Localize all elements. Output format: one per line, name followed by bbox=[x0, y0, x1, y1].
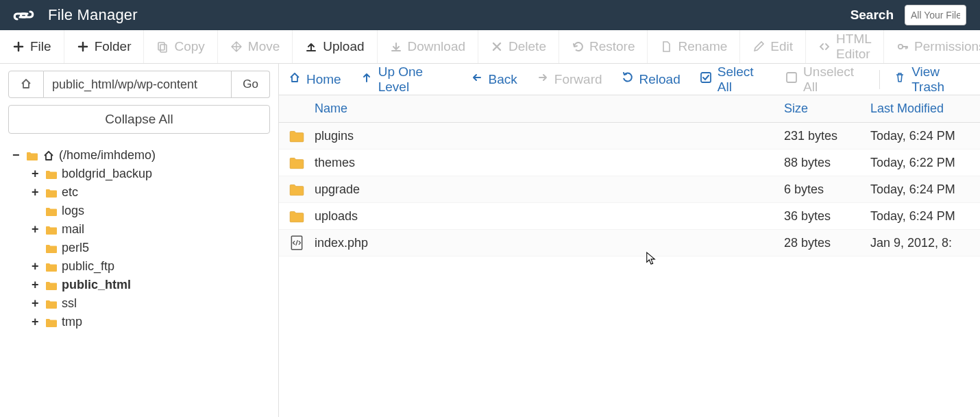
tree-toggle-icon[interactable]: + bbox=[32, 222, 41, 237]
col-name-header[interactable]: Name bbox=[315, 102, 784, 116]
tree-toggle-icon[interactable]: + bbox=[32, 315, 41, 329]
table-row[interactable]: upgrade6 bytesToday, 6:24 PM bbox=[279, 176, 980, 203]
file-modified-cell: Today, 6:24 PM bbox=[870, 129, 980, 143]
col-size-header[interactable]: Size bbox=[784, 102, 870, 116]
undo-icon bbox=[572, 40, 584, 53]
folder-icon bbox=[45, 316, 58, 329]
up-icon bbox=[360, 71, 373, 87]
table-row[interactable]: themes88 bytesToday, 6:22 PM bbox=[279, 150, 980, 176]
html-editor-button[interactable]: HTML Editor bbox=[806, 30, 884, 63]
nav-select-all-button[interactable]: Select All bbox=[700, 64, 766, 95]
tree-node[interactable]: +public_ftp bbox=[12, 257, 270, 276]
folder-icon bbox=[45, 298, 58, 310]
tree-toggle-icon[interactable]: + bbox=[32, 167, 41, 181]
tree-root-label: (/home/imhdemo) bbox=[59, 148, 156, 163]
folder-icon bbox=[279, 154, 315, 171]
path-input[interactable] bbox=[44, 71, 232, 98]
tree-toggle-icon[interactable]: + bbox=[32, 185, 41, 200]
tree-node[interactable]: +mail bbox=[12, 220, 270, 239]
table-row[interactable]: plugins231 bytesToday, 6:24 PM bbox=[279, 123, 980, 150]
html-editor-label: HTML Editor bbox=[836, 32, 871, 62]
pencil-icon bbox=[752, 40, 765, 53]
file-name-cell: index.php bbox=[315, 236, 784, 250]
nav-view-trash-button[interactable]: View Trash bbox=[894, 64, 970, 95]
upload-icon bbox=[305, 40, 317, 53]
move-button[interactable]: Move bbox=[218, 30, 293, 63]
rename-button[interactable]: Rename bbox=[648, 30, 740, 63]
tree-node-label: public_html bbox=[62, 278, 131, 292]
move-label: Move bbox=[248, 39, 280, 54]
folder-icon bbox=[279, 181, 315, 198]
search-input[interactable] bbox=[905, 5, 966, 25]
download-label: Download bbox=[408, 39, 466, 54]
col-modified-header[interactable]: Last Modified bbox=[870, 102, 980, 116]
new-file-button[interactable]: File bbox=[0, 30, 64, 63]
permissions-button[interactable]: Permissions bbox=[884, 30, 980, 63]
download-button[interactable]: Download bbox=[378, 30, 479, 63]
content-panel: Home Up One Level Back Forward Reload Se… bbox=[278, 64, 980, 417]
file-size-cell: 28 bytes bbox=[784, 236, 870, 250]
tree-node-label: ssl bbox=[62, 296, 77, 311]
nav-reload-button[interactable]: Reload bbox=[622, 71, 681, 87]
table-header: Name Size Last Modified bbox=[279, 95, 980, 123]
tree-node[interactable]: +boldgrid_backup bbox=[12, 165, 270, 183]
folder-icon bbox=[45, 187, 58, 199]
app-title: File Manager bbox=[48, 6, 138, 24]
tree-node-label: logs bbox=[62, 204, 84, 218]
main-toolbar: File Folder Copy Move Upload Download De… bbox=[0, 30, 980, 64]
table-row[interactable]: uploads36 bytesToday, 6:24 PM bbox=[279, 203, 980, 230]
directory-tree: − (/home/imhdemo) +boldgrid_backup+etclo… bbox=[8, 146, 270, 331]
search-label: Search bbox=[850, 8, 894, 23]
tree-node[interactable]: +public_html bbox=[12, 276, 270, 294]
delete-button[interactable]: Delete bbox=[478, 30, 559, 63]
tree-node-label: public_ftp bbox=[62, 259, 114, 274]
plus-icon bbox=[77, 40, 89, 53]
tree-toggle-icon[interactable]: − bbox=[12, 148, 22, 163]
nav-up-button[interactable]: Up One Level bbox=[360, 64, 452, 95]
nav-home-button[interactable]: Home bbox=[289, 71, 341, 87]
new-file-label: File bbox=[30, 39, 51, 54]
nav-back-button[interactable]: Back bbox=[471, 71, 517, 87]
folder-icon bbox=[279, 208, 315, 224]
tree-node[interactable]: +etc bbox=[12, 183, 270, 202]
folder-icon bbox=[279, 128, 315, 144]
rename-label: Rename bbox=[678, 39, 727, 54]
sidebar: Go Collapse All − (/home/imhdemo) +boldg… bbox=[0, 64, 278, 417]
code-icon bbox=[818, 40, 831, 53]
tree-node[interactable]: +tmp bbox=[12, 313, 270, 331]
tree-node[interactable]: perl5 bbox=[12, 239, 270, 257]
copy-button[interactable]: Copy bbox=[144, 30, 217, 63]
go-button[interactable]: Go bbox=[232, 71, 270, 98]
path-home-button[interactable] bbox=[8, 71, 44, 98]
edit-label: Edit bbox=[770, 39, 793, 54]
restore-label: Restore bbox=[589, 39, 635, 54]
tree-node-label: perl5 bbox=[62, 241, 89, 255]
table-row[interactable]: index.php28 bytesJan 9, 2012, 8: bbox=[279, 230, 980, 257]
tree-toggle-icon[interactable]: + bbox=[32, 296, 41, 311]
nav-forward-button[interactable]: Forward bbox=[537, 71, 602, 87]
nav-back-label: Back bbox=[489, 72, 517, 87]
file-modified-cell: Today, 6:22 PM bbox=[870, 156, 980, 170]
collapse-all-button[interactable]: Collapse All bbox=[8, 105, 270, 134]
permissions-label: Permissions bbox=[914, 39, 980, 54]
tree-root[interactable]: − (/home/imhdemo) bbox=[12, 146, 270, 165]
tree-node[interactable]: +ssl bbox=[12, 294, 270, 313]
file-icon bbox=[660, 40, 672, 53]
file-name-cell: plugins bbox=[315, 129, 784, 143]
file-size-cell: 36 bytes bbox=[784, 209, 870, 224]
cpanel-logo-icon bbox=[12, 5, 36, 25]
nav-unselect-all-button[interactable]: Unselect All bbox=[785, 64, 866, 95]
file-name-cell: uploads bbox=[315, 209, 784, 224]
upload-button[interactable]: Upload bbox=[293, 30, 377, 63]
new-folder-button[interactable]: Folder bbox=[64, 30, 145, 63]
checkbox-checked-icon bbox=[700, 71, 712, 87]
app-header: File Manager Search bbox=[0, 0, 980, 30]
folder-icon bbox=[45, 261, 58, 273]
home-icon bbox=[42, 150, 55, 162]
tree-node[interactable]: logs bbox=[12, 202, 270, 220]
edit-button[interactable]: Edit bbox=[740, 30, 806, 63]
tree-node-label: mail bbox=[62, 222, 84, 237]
tree-toggle-icon[interactable]: + bbox=[32, 259, 41, 274]
restore-button[interactable]: Restore bbox=[559, 30, 648, 63]
tree-toggle-icon[interactable]: + bbox=[32, 278, 41, 292]
